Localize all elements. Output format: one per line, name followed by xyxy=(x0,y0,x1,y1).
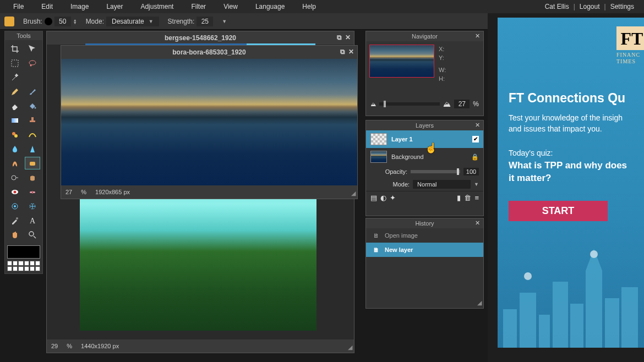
mask-icon[interactable]: ◐ xyxy=(380,194,386,202)
cityscape-illustration xyxy=(498,243,644,348)
window-titlebar[interactable]: bora-bora-685303_1920 ⧉ ✕ xyxy=(61,46,357,59)
opacity-value[interactable]: 100 xyxy=(463,168,479,175)
type-icon[interactable]: A xyxy=(25,214,40,227)
zoom-out-icon[interactable]: ⛰ xyxy=(370,101,376,107)
canvas-image[interactable] xyxy=(61,59,357,185)
zoom-value[interactable]: 27 xyxy=(454,100,470,108)
close-icon[interactable]: ✕ xyxy=(348,48,354,56)
menu-language[interactable]: Language xyxy=(247,1,293,13)
chevron-down-icon[interactable]: ▼ xyxy=(222,19,227,24)
merge-icon[interactable]: ▮ xyxy=(457,194,461,202)
maximize-icon[interactable]: ⧉ xyxy=(337,34,342,41)
menu-adjustment[interactable]: Adjustment xyxy=(132,1,182,13)
spot-heal-icon[interactable] xyxy=(25,185,40,198)
zoom-icon[interactable] xyxy=(25,228,40,241)
trash-icon[interactable]: 🗑 xyxy=(464,194,471,202)
window-titlebar[interactable]: bergsee-1548662_1920 ⧉ ✕ xyxy=(47,31,354,45)
picker-icon[interactable] xyxy=(7,214,23,227)
svg-rect-18 xyxy=(503,309,517,348)
close-icon[interactable]: ✕ xyxy=(475,122,480,129)
zoom-slider[interactable] xyxy=(379,102,440,106)
resize-grip-icon[interactable]: ◢ xyxy=(348,344,352,351)
menu-edit[interactable]: Edit xyxy=(32,1,62,13)
redeye-icon[interactable] xyxy=(7,185,23,198)
eraser-icon[interactable] xyxy=(7,100,23,112)
menu-layer[interactable]: Layer xyxy=(97,1,132,13)
brush-icon[interactable] xyxy=(25,85,40,98)
menu-icon[interactable]: ≡ xyxy=(474,194,479,202)
window-title: bora-bora-685303_1920 xyxy=(172,48,245,56)
resize-grip-icon[interactable]: ◢ xyxy=(351,190,356,197)
mode-dropdown[interactable]: Desaturate ▼ xyxy=(106,17,159,26)
window-statusbar: 29 % 1440x1920 px ◢ xyxy=(47,339,354,353)
blend-mode-dropdown[interactable]: Normal xyxy=(413,180,471,189)
foreground-color-swatch[interactable] xyxy=(7,245,40,259)
sponge-icon[interactable] xyxy=(25,157,40,169)
menu-image[interactable]: Image xyxy=(62,1,97,13)
pinch-icon[interactable] xyxy=(25,200,40,212)
fx-icon[interactable]: ✦ xyxy=(390,194,396,202)
start-button[interactable]: START xyxy=(509,201,608,221)
layer-row[interactable]: Background 🔒 xyxy=(366,148,483,166)
strength-value[interactable]: 25 xyxy=(197,17,213,26)
stamp-icon[interactable] xyxy=(25,114,40,127)
close-icon[interactable]: ✕ xyxy=(345,34,351,41)
mode-label: Mode: xyxy=(86,18,104,25)
layer-label: Layer 1 xyxy=(391,136,479,142)
new-layer-icon[interactable]: ▤ xyxy=(370,194,377,202)
burn-icon[interactable] xyxy=(25,171,40,184)
sharpen-icon[interactable] xyxy=(25,142,40,155)
menu-file[interactable]: File xyxy=(4,1,32,13)
wand-icon[interactable] xyxy=(7,71,23,84)
history-row[interactable]: 🗎 New layer xyxy=(366,243,483,257)
history-title: History xyxy=(415,220,434,227)
settings-link[interactable]: Settings xyxy=(610,3,634,10)
menu-filter[interactable]: Filter xyxy=(182,1,215,13)
crop-icon[interactable] xyxy=(7,42,23,55)
drawing-icon[interactable] xyxy=(25,128,40,141)
visibility-checkbox[interactable]: ✔ xyxy=(472,136,479,142)
empty-icon[interactable] xyxy=(25,71,40,84)
pencil-icon[interactable] xyxy=(7,85,23,98)
hand-icon[interactable] xyxy=(7,228,23,241)
menu-view[interactable]: View xyxy=(215,1,247,13)
opacity-slider[interactable] xyxy=(411,170,460,173)
chevron-down-icon[interactable]: ▼ xyxy=(474,182,479,187)
navigator-thumbnail[interactable] xyxy=(369,45,434,78)
replace-color-icon[interactable] xyxy=(7,128,23,141)
lasso-icon[interactable] xyxy=(25,57,40,69)
history-row[interactable]: 🗎 Open image xyxy=(366,228,483,243)
bloat-icon[interactable] xyxy=(7,200,23,212)
tools-panel: Tools A xyxy=(4,31,43,274)
svg-point-8 xyxy=(12,175,16,180)
coord-y: Y: xyxy=(439,53,446,62)
chevron-down-icon: ▼ xyxy=(149,19,154,24)
bucket-icon[interactable] xyxy=(25,100,40,112)
maximize-icon[interactable]: ⧉ xyxy=(340,48,345,56)
zoom-value: 27 xyxy=(66,189,72,195)
svg-rect-23 xyxy=(586,271,602,348)
resize-grip-icon[interactable]: ◢ xyxy=(477,299,482,306)
layer-row[interactable]: Layer 1 ✔ xyxy=(366,130,483,148)
advertisement: FT FINANCTIMES FT Connections Qu Test yo… xyxy=(498,18,644,348)
dodge-icon[interactable] xyxy=(7,171,23,184)
move-icon[interactable] xyxy=(25,42,40,55)
brush-size-stepper[interactable]: ▲▼ xyxy=(73,19,77,24)
svg-rect-4 xyxy=(12,118,18,123)
svg-rect-25 xyxy=(621,287,638,348)
document-window-bora[interactable]: bora-bora-685303_1920 ⧉ ✕ 27 % 1920x865 … xyxy=(61,45,358,199)
zoom-in-icon[interactable]: ⛰ xyxy=(443,100,451,108)
gradient-icon[interactable] xyxy=(7,114,23,127)
brush-preview-icon[interactable] xyxy=(45,18,52,25)
user-name[interactable]: Cat Ellis xyxy=(545,3,569,10)
blur-icon[interactable] xyxy=(7,142,23,155)
close-icon[interactable]: ✕ xyxy=(475,32,480,40)
menu-help[interactable]: Help xyxy=(293,1,325,13)
logout-link[interactable]: Logout xyxy=(580,3,600,10)
brush-size-value[interactable]: 50 xyxy=(54,17,71,26)
marquee-icon[interactable] xyxy=(7,57,23,69)
new-layer-icon: 🗎 xyxy=(372,245,380,254)
close-icon[interactable]: ✕ xyxy=(475,220,480,227)
swatch-palette[interactable] xyxy=(7,261,40,271)
smudge-icon[interactable] xyxy=(7,157,23,169)
